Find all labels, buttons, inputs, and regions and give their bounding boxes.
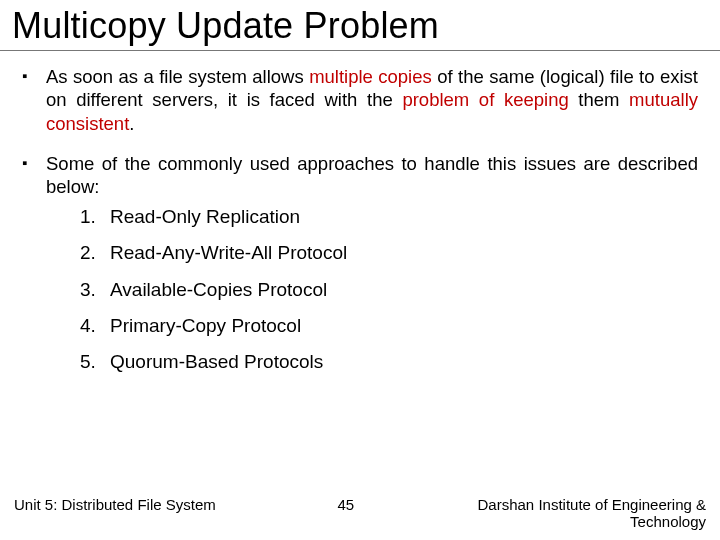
slide-title: Multicopy Update Problem	[0, 0, 720, 51]
highlight: multiple copies	[309, 66, 432, 87]
footer-unit: Unit 5: Distributed File System	[14, 496, 216, 513]
highlight: problem of keeping	[402, 89, 568, 110]
slide: Multicopy Update Problem As soon as a fi…	[0, 0, 720, 540]
text: As soon as a file system allows	[46, 66, 309, 87]
footer: Unit 5: Distributed File System 45 Darsh…	[0, 496, 720, 530]
bullet-list: As soon as a file system allows multiple…	[22, 65, 698, 375]
text: them	[569, 89, 629, 110]
list-item: Quorum-Based Protocols	[80, 350, 698, 374]
footer-org: Darshan Institute of Engineering & Techn…	[406, 496, 706, 530]
footer-page-number: 45	[286, 496, 406, 513]
list-item: Read-Only Replication	[80, 205, 698, 229]
text: .	[129, 113, 134, 134]
numbered-list: Read-Only Replication Read-Any-Write-All…	[46, 205, 698, 375]
bullet-2: Some of the commonly used approaches to …	[22, 152, 698, 375]
text: Some of the commonly used approaches to …	[46, 153, 698, 198]
bullet-1: As soon as a file system allows multiple…	[22, 65, 698, 136]
slide-body: As soon as a file system allows multiple…	[0, 51, 720, 375]
list-item: Available-Copies Protocol	[80, 278, 698, 302]
list-item: Primary-Copy Protocol	[80, 314, 698, 338]
list-item: Read-Any-Write-All Protocol	[80, 241, 698, 265]
